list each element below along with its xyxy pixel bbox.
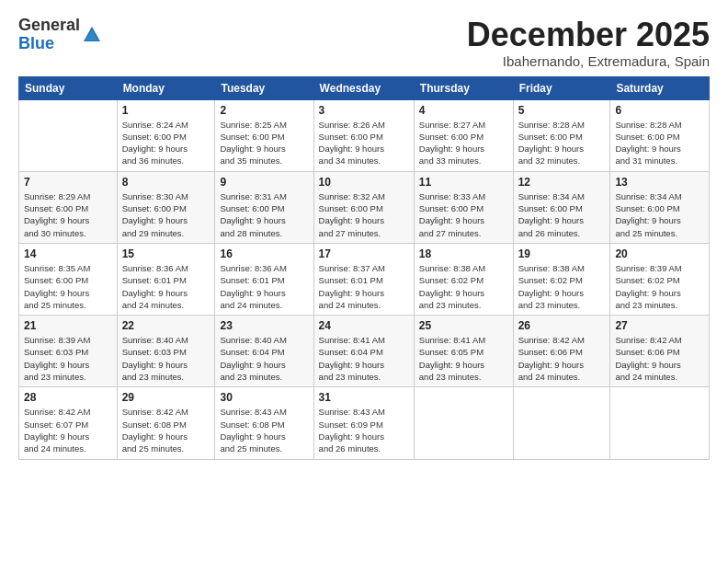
calendar-cell: 22Sunrise: 8:40 AM Sunset: 6:03 PM Dayli… xyxy=(117,316,215,387)
day-info: Sunrise: 8:24 AM Sunset: 6:00 PM Dayligh… xyxy=(122,119,210,167)
calendar-weekday-header: Friday xyxy=(513,76,610,99)
calendar-cell: 31Sunrise: 8:43 AM Sunset: 6:09 PM Dayli… xyxy=(313,387,414,459)
day-number: 15 xyxy=(122,247,210,260)
day-number: 16 xyxy=(220,247,308,260)
day-number: 22 xyxy=(122,319,210,332)
calendar-cell xyxy=(513,387,610,459)
header: General Blue December 2025 Ibahernando, … xyxy=(18,17,710,69)
day-number: 7 xyxy=(24,176,112,189)
day-number: 3 xyxy=(319,104,409,117)
day-info: Sunrise: 8:39 AM Sunset: 6:03 PM Dayligh… xyxy=(24,334,112,383)
calendar-cell: 17Sunrise: 8:37 AM Sunset: 6:01 PM Dayli… xyxy=(313,243,414,315)
day-info: Sunrise: 8:42 AM Sunset: 6:07 PM Dayligh… xyxy=(24,406,112,454)
calendar-cell xyxy=(414,387,513,459)
day-number: 31 xyxy=(319,391,409,404)
day-info: Sunrise: 8:42 AM Sunset: 6:06 PM Dayligh… xyxy=(615,334,704,383)
day-info: Sunrise: 8:33 AM Sunset: 6:00 PM Dayligh… xyxy=(419,190,508,239)
day-info: Sunrise: 8:40 AM Sunset: 6:03 PM Dayligh… xyxy=(122,334,210,383)
calendar-cell: 8Sunrise: 8:30 AM Sunset: 6:00 PM Daylig… xyxy=(117,171,215,243)
calendar-cell: 19Sunrise: 8:38 AM Sunset: 6:02 PM Dayli… xyxy=(513,243,610,315)
logo-icon xyxy=(82,25,102,45)
day-info: Sunrise: 8:43 AM Sunset: 6:08 PM Dayligh… xyxy=(220,406,308,454)
day-number: 10 xyxy=(319,176,409,189)
calendar-weekday-header: Tuesday xyxy=(215,76,313,99)
day-number: 1 xyxy=(122,104,210,117)
calendar-weekday-header: Sunday xyxy=(19,76,118,99)
day-number: 21 xyxy=(24,319,112,332)
calendar-cell: 23Sunrise: 8:40 AM Sunset: 6:04 PM Dayli… xyxy=(215,316,313,387)
calendar-cell: 6Sunrise: 8:28 AM Sunset: 6:00 PM Daylig… xyxy=(610,99,710,171)
calendar-cell: 14Sunrise: 8:35 AM Sunset: 6:00 PM Dayli… xyxy=(19,243,118,315)
day-number: 8 xyxy=(122,176,210,189)
day-number: 2 xyxy=(220,104,308,117)
day-info: Sunrise: 8:31 AM Sunset: 6:00 PM Dayligh… xyxy=(220,190,308,239)
calendar-cell: 30Sunrise: 8:43 AM Sunset: 6:08 PM Dayli… xyxy=(215,387,313,459)
calendar-weekday-header: Monday xyxy=(117,76,215,99)
day-info: Sunrise: 8:32 AM Sunset: 6:00 PM Dayligh… xyxy=(319,190,409,239)
day-info: Sunrise: 8:25 AM Sunset: 6:00 PM Dayligh… xyxy=(220,119,308,167)
day-info: Sunrise: 8:41 AM Sunset: 6:05 PM Dayligh… xyxy=(419,334,508,383)
day-number: 24 xyxy=(319,319,409,332)
day-number: 19 xyxy=(518,247,606,260)
calendar-cell: 25Sunrise: 8:41 AM Sunset: 6:05 PM Dayli… xyxy=(414,316,513,387)
calendar-cell xyxy=(610,387,710,459)
calendar-table: SundayMondayTuesdayWednesdayThursdayFrid… xyxy=(18,76,710,460)
day-number: 12 xyxy=(518,176,606,189)
day-info: Sunrise: 8:38 AM Sunset: 6:02 PM Dayligh… xyxy=(419,262,508,311)
calendar-cell: 7Sunrise: 8:29 AM Sunset: 6:00 PM Daylig… xyxy=(19,171,118,243)
calendar-header-row: SundayMondayTuesdayWednesdayThursdayFrid… xyxy=(19,76,710,99)
calendar-cell: 10Sunrise: 8:32 AM Sunset: 6:00 PM Dayli… xyxy=(313,171,414,243)
calendar-week-row: 28Sunrise: 8:42 AM Sunset: 6:07 PM Dayli… xyxy=(19,387,710,459)
day-info: Sunrise: 8:40 AM Sunset: 6:04 PM Dayligh… xyxy=(220,334,308,383)
day-number: 9 xyxy=(220,176,308,189)
day-number: 30 xyxy=(220,391,308,404)
calendar-cell: 24Sunrise: 8:41 AM Sunset: 6:04 PM Dayli… xyxy=(313,316,414,387)
day-info: Sunrise: 8:42 AM Sunset: 6:08 PM Dayligh… xyxy=(122,406,210,454)
calendar-week-row: 21Sunrise: 8:39 AM Sunset: 6:03 PM Dayli… xyxy=(19,316,710,387)
calendar-cell: 21Sunrise: 8:39 AM Sunset: 6:03 PM Dayli… xyxy=(19,316,118,387)
day-info: Sunrise: 8:29 AM Sunset: 6:00 PM Dayligh… xyxy=(24,190,112,239)
calendar-week-row: 1Sunrise: 8:24 AM Sunset: 6:00 PM Daylig… xyxy=(19,99,710,171)
calendar-cell: 28Sunrise: 8:42 AM Sunset: 6:07 PM Dayli… xyxy=(19,387,118,459)
day-info: Sunrise: 8:36 AM Sunset: 6:01 PM Dayligh… xyxy=(220,262,308,311)
calendar-cell: 20Sunrise: 8:39 AM Sunset: 6:02 PM Dayli… xyxy=(610,243,710,315)
day-number: 26 xyxy=(518,319,606,332)
calendar-weekday-header: Saturday xyxy=(610,76,710,99)
day-info: Sunrise: 8:42 AM Sunset: 6:06 PM Dayligh… xyxy=(518,334,606,383)
day-info: Sunrise: 8:28 AM Sunset: 6:00 PM Dayligh… xyxy=(615,119,704,167)
calendar-cell: 2Sunrise: 8:25 AM Sunset: 6:00 PM Daylig… xyxy=(215,99,313,171)
calendar-weekday-header: Wednesday xyxy=(313,76,414,99)
day-info: Sunrise: 8:35 AM Sunset: 6:00 PM Dayligh… xyxy=(24,262,112,311)
calendar-cell: 9Sunrise: 8:31 AM Sunset: 6:00 PM Daylig… xyxy=(215,171,313,243)
calendar-cell: 3Sunrise: 8:26 AM Sunset: 6:00 PM Daylig… xyxy=(313,99,414,171)
day-info: Sunrise: 8:34 AM Sunset: 6:00 PM Dayligh… xyxy=(518,190,606,239)
location: Ibahernando, Extremadura, Spain xyxy=(467,53,710,69)
logo-general-text: General Blue xyxy=(18,17,80,53)
day-info: Sunrise: 8:28 AM Sunset: 6:00 PM Dayligh… xyxy=(518,119,606,167)
calendar-cell: 4Sunrise: 8:27 AM Sunset: 6:00 PM Daylig… xyxy=(414,99,513,171)
day-number: 11 xyxy=(419,176,508,189)
day-info: Sunrise: 8:38 AM Sunset: 6:02 PM Dayligh… xyxy=(518,262,606,311)
day-number: 18 xyxy=(419,247,508,260)
page: General Blue December 2025 Ibahernando, … xyxy=(0,0,728,563)
day-number: 14 xyxy=(24,247,112,260)
day-number: 25 xyxy=(419,319,508,332)
day-info: Sunrise: 8:36 AM Sunset: 6:01 PM Dayligh… xyxy=(122,262,210,311)
calendar-cell: 12Sunrise: 8:34 AM Sunset: 6:00 PM Dayli… xyxy=(513,171,610,243)
day-number: 27 xyxy=(615,319,704,332)
calendar-cell xyxy=(19,99,118,171)
day-number: 20 xyxy=(615,247,704,260)
day-info: Sunrise: 8:34 AM Sunset: 6:00 PM Dayligh… xyxy=(615,190,704,239)
calendar-cell: 16Sunrise: 8:36 AM Sunset: 6:01 PM Dayli… xyxy=(215,243,313,315)
day-info: Sunrise: 8:43 AM Sunset: 6:09 PM Dayligh… xyxy=(319,406,409,454)
calendar-cell: 27Sunrise: 8:42 AM Sunset: 6:06 PM Dayli… xyxy=(610,316,710,387)
day-info: Sunrise: 8:30 AM Sunset: 6:00 PM Dayligh… xyxy=(122,190,210,239)
day-info: Sunrise: 8:26 AM Sunset: 6:00 PM Dayligh… xyxy=(319,119,409,167)
day-number: 28 xyxy=(24,391,112,404)
calendar-week-row: 7Sunrise: 8:29 AM Sunset: 6:00 PM Daylig… xyxy=(19,171,710,243)
day-number: 29 xyxy=(122,391,210,404)
calendar-cell: 18Sunrise: 8:38 AM Sunset: 6:02 PM Dayli… xyxy=(414,243,513,315)
day-number: 6 xyxy=(615,104,704,117)
day-info: Sunrise: 8:27 AM Sunset: 6:00 PM Dayligh… xyxy=(419,119,508,167)
month-title: December 2025 xyxy=(467,17,710,53)
